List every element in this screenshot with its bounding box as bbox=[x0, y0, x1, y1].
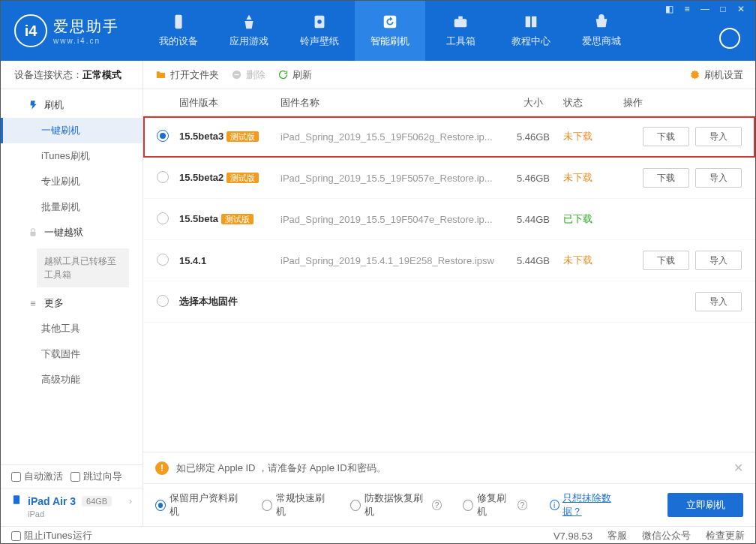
help-icon[interactable]: ? bbox=[518, 500, 527, 510]
beta-badge: 测试版 bbox=[221, 214, 254, 224]
firmware-row[interactable]: 选择本地固件导入 bbox=[143, 281, 755, 323]
gear-icon bbox=[689, 69, 700, 80]
banner-close-icon[interactable]: ✕ bbox=[734, 461, 743, 475]
sidebar-flash[interactable]: 刷机 bbox=[1, 92, 142, 118]
nav-flash[interactable]: 智能刷机 bbox=[355, 1, 425, 61]
app-domain: www.i4.cn bbox=[53, 37, 119, 45]
app-name: 爱思助手 bbox=[53, 17, 119, 37]
close-icon[interactable]: ✕ bbox=[733, 2, 749, 16]
check-update-link[interactable]: 检查更新 bbox=[706, 529, 745, 542]
firmware-status: 未下载 bbox=[563, 254, 623, 267]
row-radio[interactable] bbox=[157, 130, 169, 142]
tablet-icon bbox=[11, 494, 22, 507]
th-name: 固件名称 bbox=[280, 96, 503, 110]
th-status: 状态 bbox=[563, 96, 623, 110]
table-header: 固件版本 固件名称 大小 状态 操作 bbox=[143, 89, 755, 116]
jailbreak-notice: 越狱工具已转移至工具箱 bbox=[37, 248, 129, 287]
info-icon[interactable]: i bbox=[550, 500, 560, 510]
download-button[interactable]: 下载 bbox=[643, 251, 689, 270]
nav-ringtone[interactable]: 铃声壁纸 bbox=[284, 1, 355, 61]
nav-tutorial[interactable]: 教程中心 bbox=[496, 1, 566, 61]
refresh-icon bbox=[382, 14, 398, 30]
row-radio[interactable] bbox=[157, 212, 169, 224]
sidebar-more[interactable]: ≡ 更多 bbox=[1, 290, 142, 316]
firmware-version: 15.5beta3 bbox=[179, 131, 224, 142]
auto-activate-checkbox[interactable]: 自动激活 bbox=[11, 470, 63, 483]
apps-icon bbox=[241, 14, 257, 30]
download-button[interactable]: 下载 bbox=[643, 127, 689, 146]
firmware-size: 5.46GB bbox=[503, 131, 563, 143]
warning-icon: ! bbox=[155, 461, 169, 475]
nav-my-device[interactable]: 我的设备 bbox=[143, 1, 214, 61]
th-size: 大小 bbox=[503, 96, 563, 110]
svg-rect-5 bbox=[458, 17, 463, 20]
sidebar-oneclick[interactable]: 一键刷机 bbox=[1, 118, 142, 143]
flash-now-button[interactable]: 立即刷机 bbox=[668, 493, 743, 517]
refresh-button[interactable]: 刷新 bbox=[278, 68, 312, 82]
import-button[interactable]: 导入 bbox=[695, 251, 742, 270]
list-icon[interactable]: ≡ bbox=[679, 2, 695, 16]
logo[interactable]: i4 爱思助手 www.i4.cn bbox=[1, 1, 143, 61]
firmware-row[interactable]: 15.4.1iPad_Spring_2019_15.4.1_19E258_Res… bbox=[143, 240, 755, 281]
phone-icon bbox=[170, 14, 187, 30]
row-radio[interactable] bbox=[157, 295, 169, 307]
radio-icon bbox=[463, 500, 473, 511]
connection-status: 设备连接状态：正常模式 bbox=[1, 61, 142, 89]
sidebar-adv[interactable]: 高级功能 bbox=[1, 367, 142, 392]
settings-button[interactable]: 刷机设置 bbox=[689, 68, 743, 82]
maximize-icon[interactable]: □ bbox=[715, 2, 731, 16]
book-icon bbox=[523, 14, 539, 30]
svg-rect-4 bbox=[454, 19, 467, 27]
th-version: 固件版本 bbox=[179, 96, 280, 110]
th-action: 操作 bbox=[623, 96, 742, 110]
sidebar-batch[interactable]: 批量刷机 bbox=[1, 194, 142, 220]
device-type: iPad bbox=[11, 509, 132, 518]
music-icon bbox=[311, 14, 328, 30]
row-radio[interactable] bbox=[157, 171, 169, 183]
download-indicator[interactable] bbox=[719, 28, 740, 49]
erase-link[interactable]: 只想抹除数据？ bbox=[562, 491, 626, 518]
import-button[interactable]: 导入 bbox=[695, 292, 742, 311]
flash-mode-option[interactable]: 保留用户资料刷机 bbox=[155, 491, 241, 518]
sidebar-pro[interactable]: 专业刷机 bbox=[1, 169, 142, 194]
nav-store[interactable]: 爱思商城 bbox=[566, 1, 637, 61]
flash-mode-option[interactable]: 常规快速刷机 bbox=[262, 491, 329, 518]
svg-rect-6 bbox=[31, 232, 36, 236]
statusbar: 阻止iTunes运行 V7.98.53 客服 微信公众号 检查更新 bbox=[1, 526, 755, 544]
toolbox-icon bbox=[452, 14, 469, 30]
minimize-icon[interactable]: — bbox=[697, 2, 713, 16]
banner-text: 如已绑定 Apple ID ，请准备好 Apple ID和密码。 bbox=[176, 461, 386, 475]
block-itunes-checkbox[interactable]: 阻止iTunes运行 bbox=[11, 529, 92, 542]
radio-icon bbox=[350, 500, 361, 511]
flash-mode-option[interactable]: 防数据恢复刷机? bbox=[350, 491, 442, 518]
import-button[interactable]: 导入 bbox=[695, 168, 742, 188]
menu-icon[interactable]: ◧ bbox=[661, 2, 677, 16]
flash-icon bbox=[28, 100, 38, 110]
nav-toolbox[interactable]: 工具箱 bbox=[425, 1, 496, 61]
firmware-size: 5.44GB bbox=[503, 255, 563, 266]
nav-apps[interactable]: 应用游戏 bbox=[214, 1, 284, 61]
import-button[interactable]: 导入 bbox=[695, 127, 742, 146]
firmware-row[interactable]: 15.5beta测试版iPad_Spring_2019_15.5_19F5047… bbox=[143, 199, 755, 240]
flash-mode-option[interactable]: 修复刷机? bbox=[463, 491, 527, 518]
firmware-status: 已下载 bbox=[563, 212, 623, 226]
header: i4 爱思助手 www.i4.cn 我的设备 应用游戏 铃声壁纸 智能刷机 工具… bbox=[1, 1, 755, 61]
sidebar-other[interactable]: 其他工具 bbox=[1, 316, 142, 341]
sidebar-itunes[interactable]: iTunes刷机 bbox=[1, 143, 142, 169]
firmware-name: iPad_Spring_2019_15.5_19F5062g_Restore.i… bbox=[280, 131, 503, 143]
device-info[interactable]: iPad Air 3 64GB › iPad bbox=[1, 488, 142, 526]
row-radio[interactable] bbox=[157, 254, 169, 266]
download-button[interactable]: 下载 bbox=[643, 168, 689, 188]
firmware-list: 15.5beta3测试版iPad_Spring_2019_15.5_19F506… bbox=[143, 116, 755, 452]
support-link[interactable]: 客服 bbox=[608, 529, 627, 542]
delete-button: 删除 bbox=[231, 68, 266, 82]
firmware-row[interactable]: 15.5beta2测试版iPad_Spring_2019_15.5_19F505… bbox=[143, 158, 755, 199]
open-folder-button[interactable]: 打开文件夹 bbox=[155, 68, 219, 82]
firmware-row[interactable]: 15.5beta3测试版iPad_Spring_2019_15.5_19F506… bbox=[143, 116, 755, 158]
sidebar-dlfw[interactable]: 下载固件 bbox=[1, 341, 142, 367]
help-icon[interactable]: ? bbox=[432, 500, 442, 510]
window-controls: ◧ ≡ — □ ✕ bbox=[661, 2, 749, 16]
skip-guide-checkbox[interactable]: 跳过向导 bbox=[70, 470, 122, 483]
wechat-link[interactable]: 微信公众号 bbox=[642, 529, 691, 542]
chevron-right-icon: › bbox=[129, 495, 132, 506]
